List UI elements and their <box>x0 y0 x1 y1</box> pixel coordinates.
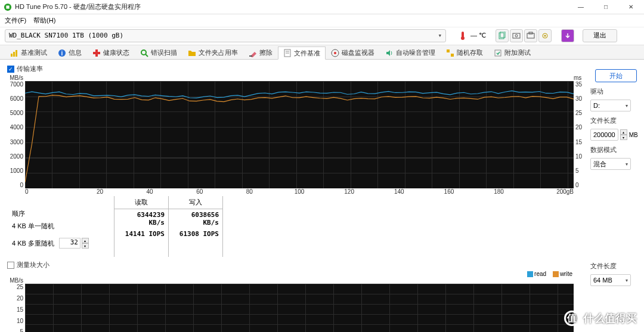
svg-rect-18 <box>93 52 100 54</box>
legend-read-swatch <box>527 271 533 277</box>
filelen-label: 文件长度 <box>590 116 637 125</box>
tab-scan[interactable]: 错误扫描 <box>135 46 182 59</box>
block-size-checkbox[interactable] <box>7 262 14 269</box>
transfer-rate-label: 传输速率 <box>17 64 43 73</box>
scan-icon <box>140 49 148 57</box>
device-select[interactable]: WD_BLACK SN7100 1TB (1000 gB) ▾ <box>5 29 446 42</box>
erase-icon <box>249 49 257 57</box>
transfer-rate-chart: 70006000500040003000200010000 3530252015… <box>7 81 586 188</box>
tab-erase[interactable]: 擦除 <box>243 46 278 59</box>
tab-random[interactable]: 随机存取 <box>441 46 488 59</box>
temperature-display: — ℃ <box>458 31 486 41</box>
r4k-read-value: 14141 IOPS <box>114 228 168 240</box>
temperature-value: — ℃ <box>470 32 486 39</box>
datamode-select[interactable]: 混合▾ <box>590 158 631 170</box>
health-icon <box>92 49 101 57</box>
spin-up[interactable]: ▴ <box>620 129 627 135</box>
chart2-y-unit: MB/s <box>7 277 25 284</box>
chevron-down-icon: ▾ <box>626 162 628 167</box>
title-bar: HD Tune Pro 5.70 - 硬盘/固态硬盘实用程序 — □ ✕ <box>0 0 644 14</box>
copy-info-button[interactable] <box>496 29 509 42</box>
svg-rect-28 <box>451 54 454 57</box>
svg-rect-27 <box>447 49 450 52</box>
save-button-group <box>561 29 574 42</box>
tab-aam[interactable]: 自动噪音管理 <box>380 46 441 59</box>
x-axis: 020406080100120140160180200gB <box>7 188 586 195</box>
svg-point-19 <box>141 50 146 55</box>
svg-rect-6 <box>513 33 520 38</box>
transfer-rate-checkbox[interactable]: ✓ <box>7 66 14 73</box>
svg-point-7 <box>515 35 518 37</box>
chart2-legend: read write <box>7 271 586 277</box>
svg-line-20 <box>145 54 148 57</box>
svg-point-11 <box>544 35 546 36</box>
seq-write-value: 6038656 KB/s <box>169 209 222 228</box>
block-size-chart: 252015105 <box>7 284 586 332</box>
queue-depth-input[interactable]: 32 <box>59 238 80 249</box>
tab-info[interactable]: i信息 <box>52 46 87 59</box>
folder-icon <box>188 49 196 57</box>
toolbar: WD_BLACK SN7100 1TB (1000 gB) ▾ — ℃ 退出 <box>0 27 644 45</box>
chevron-down-icon: ▾ <box>626 278 628 283</box>
y-axis-right: 35302520151050 <box>574 81 586 188</box>
save-button[interactable] <box>561 29 574 42</box>
side-controls: 开始 驱动 D:▾ 文件长度 200000 ▴▾ MB 数据模式 混合▾ 文件长… <box>590 64 637 332</box>
filelen-unit: MB <box>629 132 638 138</box>
chevron-down-icon: ▾ <box>438 32 442 39</box>
tab-benchmark[interactable]: 基准测试 <box>5 46 52 59</box>
tab-filebench[interactable]: 文件基准 <box>278 46 326 60</box>
spin-down[interactable]: ▾ <box>82 243 89 249</box>
tab-monitor[interactable]: 磁盘监视器 <box>326 46 380 59</box>
close-button[interactable]: ✕ <box>623 2 639 13</box>
aam-icon <box>385 49 394 57</box>
svg-point-26 <box>334 52 336 54</box>
screenshot-button[interactable] <box>510 29 523 42</box>
svg-rect-21 <box>249 55 252 57</box>
tab-health[interactable]: 健康状态 <box>87 46 135 59</box>
col-read: 读取 <box>114 196 168 209</box>
row-4k-single: 4 KB 单一随机 <box>12 220 109 232</box>
spin-up[interactable]: ▴ <box>82 238 89 243</box>
menu-file[interactable]: 文件(F) <box>5 16 26 25</box>
watermark-icon: 值 <box>564 311 580 326</box>
tab-bar: 基准测试i信息健康状态错误扫描文件夹占用率擦除文件基准磁盘监视器自动噪音管理随机… <box>0 45 644 60</box>
chevron-down-icon: ▾ <box>626 103 628 108</box>
results-table: 顺序 4 KB 单一随机 4 KB 多重随机 32 ▴▾ 读取 6344239 … <box>7 196 586 257</box>
spin-down[interactable]: ▾ <box>620 135 627 140</box>
col-write: 写入 <box>169 196 222 209</box>
y-axis-left: 70006000500040003000200010000 <box>7 81 25 188</box>
start-button[interactable]: 开始 <box>595 69 637 82</box>
chart2-y-axis: 252015105 <box>7 284 25 332</box>
copy-screenshot-button[interactable] <box>524 29 537 42</box>
size-select[interactable]: 64 MB▾ <box>590 274 631 286</box>
info-icon: i <box>58 49 66 57</box>
svg-rect-13 <box>13 52 15 57</box>
svg-point-3 <box>461 36 465 40</box>
file-benchmark-panel: ✓ 传输速率 MB/s ms 7000600050004000300020001… <box>0 60 644 332</box>
svg-rect-12 <box>11 54 13 57</box>
exit-button[interactable]: 退出 <box>583 29 617 42</box>
monitor-icon <box>331 49 339 57</box>
y-axis-left-unit: MB/s <box>7 75 25 81</box>
device-select-value: WD_BLACK SN7100 1TB (1000 gB) <box>9 32 123 39</box>
settings-button[interactable] <box>538 29 552 42</box>
filebench-icon <box>283 49 292 57</box>
menu-bar: 文件(F) 帮助(H) <box>0 14 644 27</box>
chart2-plot-area <box>25 284 574 332</box>
thermometer-icon <box>458 31 467 41</box>
minimize-button[interactable]: — <box>572 2 589 13</box>
maximize-button[interactable]: □ <box>597 2 614 13</box>
menu-help[interactable]: 帮助(H) <box>33 16 55 25</box>
tab-folder[interactable]: 文件夹占用率 <box>182 46 243 59</box>
y-axis-right-unit: ms <box>574 75 586 81</box>
watermark: 值 什么值得买 <box>564 311 637 326</box>
filelen-input[interactable]: 200000 <box>590 129 618 141</box>
window-title: HD Tune Pro 5.70 - 硬盘/固态硬盘实用程序 <box>15 2 572 11</box>
tab-extra[interactable]: 附加测试 <box>488 46 536 59</box>
chart-plot-area <box>25 81 574 188</box>
row-4k-multi: 4 KB 多重随机 <box>12 239 54 248</box>
drive-select[interactable]: D:▾ <box>590 100 631 111</box>
drive-label: 驱动 <box>590 87 637 96</box>
app-icon <box>4 3 12 11</box>
legend-write-swatch <box>553 271 559 277</box>
